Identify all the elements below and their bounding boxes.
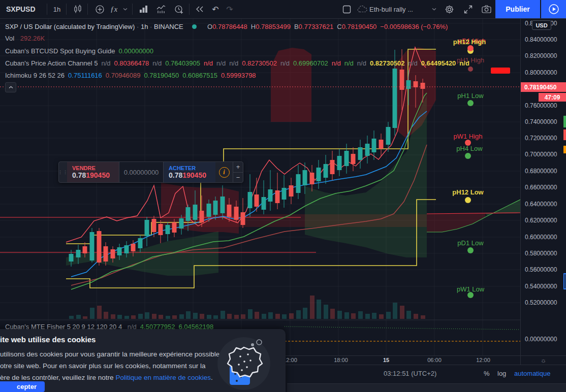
chart-settings-button[interactable]: [441, 0, 457, 18]
indicators-dropdown[interactable]: [121, 0, 129, 18]
drawing-red-bar[interactable]: [491, 68, 510, 74]
templates-button[interactable]: [136, 0, 151, 18]
volume-bar: [282, 314, 287, 319]
indicator-value: 0.76403905: [165, 59, 200, 67]
level-label: pH1 Low: [457, 92, 483, 100]
chart-style-button[interactable]: [70, 0, 85, 18]
volume-bar: [296, 310, 301, 319]
cloud-icon: [357, 6, 367, 13]
currency-toggle[interactable]: USD: [532, 20, 551, 30]
volume-legend[interactable]: Vol 292.26K: [5, 35, 45, 42]
symbol-legend[interactable]: SXP / US Dollar (calculated by TradingVi…: [5, 23, 448, 30]
layout-dropdown[interactable]: [430, 0, 438, 18]
compare-button[interactable]: [92, 0, 107, 18]
info-icon: i: [219, 167, 230, 178]
collapse-legend-button[interactable]: [5, 82, 16, 92]
quantity-increase-button[interactable]: +: [233, 162, 243, 173]
market-status-dot: [192, 24, 197, 29]
price-chart: [0, 19, 520, 355]
fullscreen-button[interactable]: [460, 0, 476, 18]
candle: [365, 144, 370, 156]
indicator-legend[interactable]: Cuban's Price Action Channel 5n/d0.80366…: [5, 59, 469, 67]
fullscreen-icon: [464, 5, 473, 14]
sell-button[interactable]: VENDRE 0.78190450: [67, 162, 119, 182]
volume-bar: [83, 316, 87, 319]
indicator-value: 0.69960702: [293, 59, 328, 67]
percent-scale-button[interactable]: %: [484, 365, 490, 382]
legend-exchange: BINANCE: [154, 23, 183, 30]
indicator-value: n/d: [152, 59, 162, 67]
widget-drag-handle[interactable]: ⋮⋮: [59, 162, 67, 182]
sun-icon: ☼: [541, 356, 547, 364]
indicator-legend[interactable]: Cuban's BTCUSD Spot Buying Guide0.000000…: [5, 47, 153, 55]
cookie-icon: [212, 330, 275, 392]
cookie-accept-button[interactable]: cepter: [0, 381, 45, 392]
snapshot-button[interactable]: [478, 0, 494, 18]
chart-panel[interactable]: [0, 19, 520, 355]
price-tick: 0.76000000: [525, 102, 557, 109]
log-scale-button[interactable]: log: [497, 365, 506, 382]
volume-bar: [241, 314, 245, 319]
candle: [159, 224, 163, 235]
cookie-policy-link[interactable]: Politique en matière de cookies: [115, 374, 211, 381]
indicator-legend[interactable]: Ichimoku 9 26 52 260.751116160.709460890…: [5, 72, 256, 79]
replay-rewind-icon: [195, 6, 204, 13]
volume-bar: [172, 315, 177, 319]
ohlc-value: −0.00598636 (−0.76%): [380, 23, 448, 30]
replay-button[interactable]: [192, 0, 207, 18]
legend-interval: 1h: [141, 23, 148, 30]
volume-bar: [124, 316, 129, 319]
candle: [406, 80, 411, 89]
candle: [200, 211, 204, 222]
clock[interactable]: 03:12:51 (UTC+2): [384, 365, 436, 382]
trade-info-button[interactable]: i: [215, 162, 233, 182]
ichimoku-cloud: [66, 231, 218, 276]
volume-bar: [400, 306, 404, 319]
price-tick: 0.52000000: [525, 299, 557, 306]
price-tick: 0.00000000: [525, 336, 557, 343]
publish-play-button[interactable]: [541, 0, 566, 18]
candle: [351, 154, 356, 164]
play-icon: [548, 4, 559, 15]
price-axis[interactable]: USD 0.860000000.840000000.820000000.8000…: [520, 19, 566, 355]
candle: [358, 147, 363, 160]
volume-bar: [97, 306, 102, 319]
indicator-value: 0.00000000: [118, 47, 153, 55]
quantity-input[interactable]: 0.00000000: [119, 162, 164, 182]
indicator-value: n/d: [204, 59, 213, 67]
ohlc-value: 0.78853499: [256, 23, 291, 30]
price-tick: 0.80000000: [525, 69, 557, 76]
volume-bar: [268, 312, 273, 319]
axis-sliver: [563, 116, 566, 127]
quantity-stepper: + −: [233, 162, 243, 182]
alert-button[interactable]: [171, 0, 186, 18]
volume-bar: [421, 315, 425, 319]
interval-button[interactable]: 1h: [50, 0, 64, 18]
compare-add-icon: [95, 5, 105, 14]
volume-bar: [248, 309, 253, 319]
cloud-save-button[interactable]: [356, 0, 369, 18]
candle: [255, 194, 259, 207]
buy-button[interactable]: ACHETER 0.78190450: [164, 162, 215, 182]
axis-theme-corner[interactable]: ☼: [520, 355, 566, 365]
volume-bar: [262, 314, 266, 319]
price-tick: 0.66000000: [525, 184, 557, 191]
forecast-button[interactable]: [153, 0, 169, 18]
volume-bar: [90, 308, 95, 319]
publish-button[interactable]: Publier: [495, 0, 540, 18]
undo-button[interactable]: ↶: [208, 0, 223, 18]
auto-scale-button[interactable]: automatique: [514, 365, 551, 382]
layout-name[interactable]: Eth-bull rally ...: [369, 0, 429, 18]
symbol-button[interactable]: SXPUSD: [6, 0, 36, 18]
price-tick: 0.82000000: [525, 52, 557, 59]
candle: [268, 189, 273, 202]
candle: [421, 83, 425, 89]
redo-button[interactable]: ↷: [223, 0, 237, 18]
candle: [145, 220, 149, 236]
quantity-decrease-button[interactable]: −: [233, 173, 243, 183]
bar-countdown: 47:09: [539, 93, 566, 102]
volume-bar: [406, 311, 411, 319]
layout-button[interactable]: [338, 0, 355, 18]
indicators-button[interactable]: ƒx: [107, 0, 121, 18]
candle: [310, 173, 315, 184]
